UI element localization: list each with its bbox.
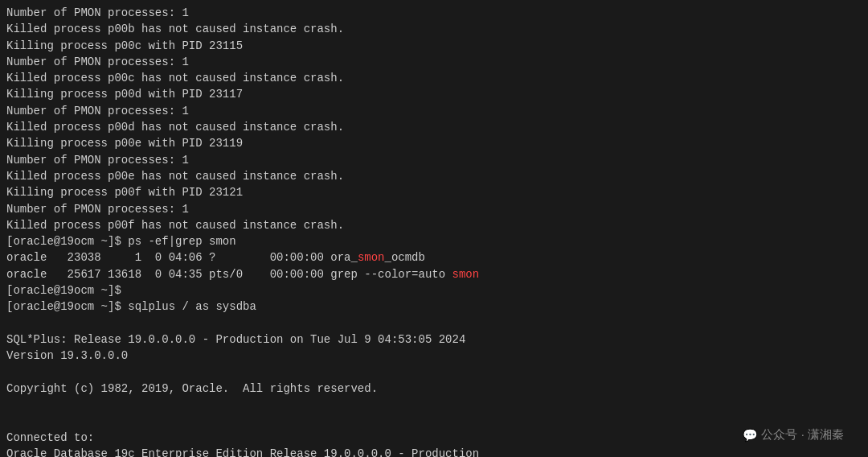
terminal-text: smon xyxy=(452,268,480,281)
terminal-text: Killed process p00f has not caused insta… xyxy=(6,219,344,232)
terminal-text: Connected to: xyxy=(6,431,94,444)
terminal-text: Copyright (c) 1982, 2019, Oracle. All ri… xyxy=(6,382,378,395)
terminal-line: Killed process p00b has not caused insta… xyxy=(6,21,862,37)
terminal-line: [oracle@19ocm ~]$ sqlplus / as sysdba xyxy=(6,298,862,315)
terminal-line: Number of PMON processes: 1 xyxy=(6,152,862,168)
terminal-text: Number of PMON processes: 1 xyxy=(6,105,189,117)
terminal-text: Number of PMON processes: 1 xyxy=(6,154,189,167)
terminal-line: SQL*Plus: Release 19.0.0.0.0 - Productio… xyxy=(6,331,862,348)
terminal-text: smon xyxy=(358,251,385,264)
terminal-line: oracle 25617 13618 0 04:35 pts/0 00:00:0… xyxy=(6,266,862,282)
terminal-line xyxy=(6,413,862,429)
watermark-text: 公众号 · 潇湘秦 xyxy=(761,427,844,443)
terminal-text: Killed process p00d has not caused insta… xyxy=(6,121,344,134)
terminal-line: Number of PMON processes: 1 xyxy=(6,5,862,21)
terminal-line xyxy=(6,315,862,331)
terminal-text: Killed process p00b has not caused insta… xyxy=(6,23,344,35)
watermark-icon: 💬 xyxy=(743,428,758,443)
terminal-line: Number of PMON processes: 1 xyxy=(6,103,862,119)
terminal-text: Version 19.3.0.0.0 xyxy=(6,349,128,362)
terminal-line: [oracle@19ocm ~]$ ps -ef|grep smon xyxy=(6,233,862,249)
terminal-text: [oracle@19ocm ~]$ sqlplus / as sysdba xyxy=(6,300,256,313)
terminal-line: Connected to: xyxy=(6,430,862,446)
terminal-output: Number of PMON processes: 1Killed proces… xyxy=(6,5,862,457)
terminal-line: Oracle Database 19c Enterprise Edition R… xyxy=(6,446,862,457)
terminal-text: [oracle@19ocm ~]$ ps -ef|grep smon xyxy=(6,235,236,248)
terminal-text: Killed process p00c has not caused insta… xyxy=(6,72,344,84)
terminal-line xyxy=(6,364,862,381)
terminal-line: Number of PMON processes: 1 xyxy=(6,54,862,70)
terminal-line: [oracle@19ocm ~]$ xyxy=(6,282,862,298)
terminal-text: [oracle@19ocm ~]$ xyxy=(6,284,121,297)
terminal-text: SQL*Plus: Release 19.0.0.0.0 - Productio… xyxy=(6,333,465,346)
terminal-line: Killing process p00d with PID 23117 xyxy=(6,86,862,102)
terminal-text: Killing process p00f with PID 23121 xyxy=(6,186,243,199)
terminal-line: Version 19.3.0.0.0 xyxy=(6,348,862,364)
terminal-line: Killed process p00f has not caused insta… xyxy=(6,217,862,233)
terminal-line: Copyright (c) 1982, 2019, Oracle. All ri… xyxy=(6,381,862,397)
terminal-text: Number of PMON processes: 1 xyxy=(6,56,189,68)
watermark: 💬 公众号 · 潇湘秦 xyxy=(743,427,844,443)
terminal-text: Killing process p00e with PID 23119 xyxy=(6,137,243,150)
terminal-line: Number of PMON processes: 1 xyxy=(6,201,862,217)
terminal-window: Number of PMON processes: 1Killed proces… xyxy=(0,0,868,457)
terminal-text: oracle 23038 1 0 04:06 ? 00:00:00 ora_ xyxy=(6,251,358,264)
terminal-text: Killing process p00c with PID 23115 xyxy=(6,39,243,52)
terminal-text: Number of PMON processes: 1 xyxy=(6,6,189,19)
terminal-line: Killed process p00d has not caused insta… xyxy=(6,119,862,135)
terminal-text: Killed process p00e has not caused insta… xyxy=(6,170,344,183)
terminal-line xyxy=(6,397,862,413)
terminal-line: oracle 23038 1 0 04:06 ? 00:00:00 ora_sm… xyxy=(6,249,862,266)
terminal-text: Killing process p00d with PID 23117 xyxy=(6,88,243,101)
terminal-line: Killing process p00c with PID 23115 xyxy=(6,38,862,54)
terminal-line: Killing process p00f with PID 23121 xyxy=(6,184,862,200)
terminal-line: Killing process p00e with PID 23119 xyxy=(6,135,862,151)
terminal-text: _ocmdb xyxy=(384,251,424,264)
terminal-text: oracle 25617 13618 0 04:35 pts/0 00:00:0… xyxy=(6,268,452,281)
terminal-line: Killed process p00e has not caused insta… xyxy=(6,168,862,184)
terminal-text: Number of PMON processes: 1 xyxy=(6,203,189,216)
terminal-text: Oracle Database 19c Enterprise Edition R… xyxy=(6,447,479,457)
terminal-line: Killed process p00c has not caused insta… xyxy=(6,70,862,86)
